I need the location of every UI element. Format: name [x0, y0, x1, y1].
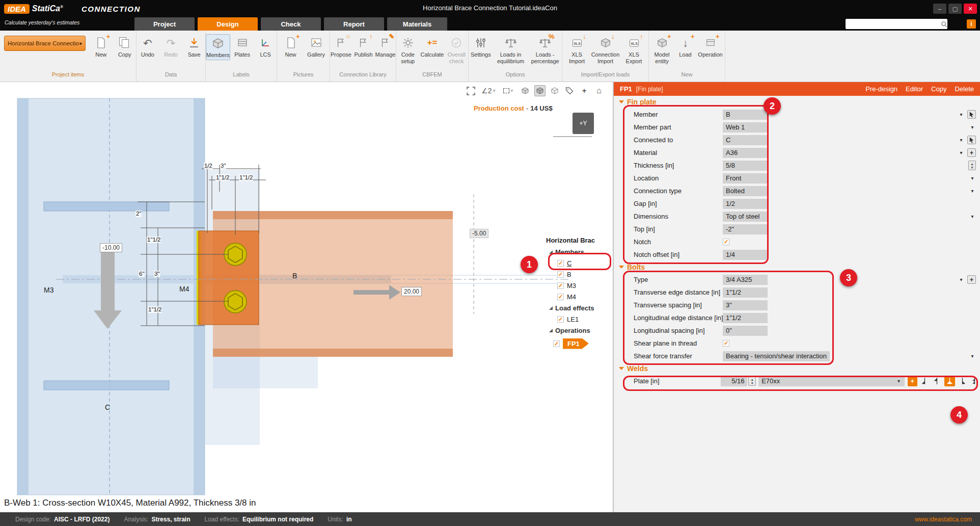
publish-button[interactable]: ↑ Publish — [353, 34, 374, 59]
connection-import-button[interactable]: ↓ Connection Import — [590, 34, 621, 65]
connected-to-select[interactable]: C — [723, 135, 768, 145]
expander-icon[interactable] — [549, 329, 553, 332]
view-shaded-icon[interactable] — [534, 85, 546, 96]
tree-item-b[interactable]: ✓B — [557, 269, 617, 280]
chevron-down-icon[interactable]: ▾ — [895, 378, 903, 384]
new-picture-button[interactable]: + New — [279, 34, 303, 59]
member-select[interactable]: B — [723, 110, 768, 120]
transverse-spacing-input[interactable]: 3" — [723, 300, 768, 310]
predesign-button[interactable]: Pre-design — [865, 85, 897, 93]
redo-button[interactable]: ↷ Redo — [160, 34, 182, 59]
location-select[interactable]: Front — [723, 173, 768, 183]
checkbox-checked-icon[interactable]: ✓ — [557, 271, 564, 278]
chevron-down-icon[interactable]: ▾ — [958, 112, 965, 117]
save-button[interactable]: Save — [183, 34, 205, 59]
center-view-icon[interactable]: + — [579, 85, 590, 96]
checkbox-checked-icon[interactable]: ✓ — [557, 316, 564, 323]
chevron-down-icon[interactable]: ▾ — [969, 214, 976, 219]
chevron-down-icon[interactable]: ▾ — [969, 188, 976, 194]
member-part-select[interactable]: Web 1 — [723, 122, 768, 133]
axis-orientation-cube[interactable]: +Y — [573, 113, 594, 134]
tab-check[interactable]: Check — [261, 17, 321, 31]
settings-button[interactable]: Settings — [469, 34, 493, 59]
manage-button[interactable]: ✎ Manage — [375, 34, 396, 59]
checkbox-checked-icon[interactable]: ✓ — [557, 282, 564, 289]
expander-icon[interactable] — [549, 250, 553, 254]
tree-root-label[interactable]: Horizontal Brac — [546, 235, 617, 246]
tree-item-fp1[interactable]: ✓FP1 — [553, 336, 617, 351]
tree-group-members[interactable]: Members — [549, 246, 617, 257]
longitudinal-edge-input[interactable]: 1"1/2 — [723, 313, 768, 323]
stepper-control[interactable]: ▴▾ — [748, 376, 756, 386]
fit-view-icon[interactable] — [465, 85, 476, 96]
section-collapse-icon[interactable] — [619, 367, 624, 370]
tree-item-c[interactable]: ✓C — [557, 257, 617, 269]
weld-size-input[interactable]: 5/16 — [721, 376, 747, 386]
chevron-down-icon[interactable]: ▾ — [969, 175, 976, 181]
loads-in-equilibrium-toggle[interactable]: Loads in equilibrium — [494, 34, 528, 65]
shear-plane-checkbox-checked[interactable]: ✓ — [723, 340, 729, 347]
weld-type-3-icon[interactable] — [944, 376, 955, 386]
checkbox-checked-icon[interactable]: ✓ — [557, 260, 564, 267]
fp1-selected-operation[interactable]: FP1 — [563, 338, 589, 349]
section-fin-plate[interactable]: Fin plate — [614, 96, 980, 108]
select-mode-icon[interactable]: ˅ — [501, 85, 516, 96]
section-collapse-icon[interactable] — [619, 100, 624, 103]
loads-percentage-toggle[interactable]: % Loads - percentage — [528, 34, 562, 65]
members-labels-toggle[interactable]: Members — [206, 34, 230, 60]
chevron-down-icon[interactable]: ▾ — [958, 137, 965, 143]
shear-transfer-select[interactable]: Bearing - tension/shear interaction — [723, 351, 830, 361]
checkbox-checked-icon[interactable]: ✓ — [557, 294, 564, 300]
chevron-down-icon[interactable]: ▾ — [958, 277, 965, 282]
lcs-labels-toggle[interactable]: LCS — [254, 34, 277, 59]
tree-item-m3[interactable]: ✓M3 — [557, 280, 617, 291]
tab-design[interactable]: Design — [198, 17, 258, 31]
tree-item-m4[interactable]: ✓M4 — [557, 291, 617, 302]
weld-type-4-icon[interactable] — [957, 376, 968, 386]
view-transparent-icon[interactable] — [549, 85, 560, 96]
electrode-select[interactable]: E70xx▾ — [758, 376, 904, 386]
copy-project-item-button[interactable]: Copy — [114, 34, 137, 59]
tree-item-le1[interactable]: ✓LE1 — [557, 313, 617, 325]
weld-type-1-icon[interactable] — [919, 376, 930, 386]
overall-check-button[interactable]: Overall check — [445, 34, 468, 65]
dimensions-select[interactable]: Top of steel — [723, 212, 768, 222]
gap-input[interactable]: 1/2 — [723, 199, 768, 209]
tab-materials[interactable]: Materials — [387, 17, 447, 31]
connection-type-select[interactable]: Bolted — [723, 186, 768, 196]
connection-selector[interactable]: Horizontal Brace Connection ▾ — [4, 36, 86, 51]
new-model-entity-button[interactable]: + Model entity — [650, 34, 674, 65]
home-view-icon[interactable]: ⌂ — [593, 85, 605, 96]
gallery-button[interactable]: Gallery — [304, 34, 329, 59]
checkbox-checked-icon[interactable]: ✓ — [553, 340, 560, 347]
expander-icon[interactable] — [549, 306, 553, 310]
bolt-type-select[interactable]: 3/4 A325 — [723, 275, 768, 285]
tab-project[interactable]: Project — [134, 17, 195, 31]
undo-button[interactable]: ↶ Undo — [137, 34, 159, 59]
plates-labels-toggle[interactable]: Plates — [231, 34, 254, 59]
view-solid-icon[interactable] — [520, 85, 531, 96]
minimize-button[interactable]: – — [933, 4, 946, 14]
material-select[interactable]: A36 — [723, 148, 768, 158]
copy-operation-button[interactable]: Copy — [931, 85, 946, 93]
close-button[interactable]: ✕ — [964, 4, 977, 14]
add-material-icon[interactable]: + — [967, 148, 976, 157]
delete-operation-button[interactable]: Delete — [955, 85, 974, 93]
search-input[interactable] — [846, 20, 941, 28]
calculate-button[interactable]: += Calculate — [421, 34, 444, 59]
xls-import-button[interactable]: XLS↓ XLS Import — [565, 34, 589, 65]
new-operation-button[interactable]: + Operation — [697, 34, 724, 59]
chevron-down-icon[interactable]: ▾ — [969, 353, 976, 359]
transverse-edge-input[interactable]: 1"1/2 — [723, 287, 768, 298]
notch-checkbox-checked[interactable]: ✓ — [723, 239, 729, 245]
add-bolt-type-icon[interactable]: + — [967, 275, 976, 284]
section-collapse-icon[interactable] — [619, 266, 624, 269]
maximize-button[interactable]: ▢ — [948, 4, 962, 14]
new-project-item-button[interactable]: + New — [90, 34, 113, 59]
view-angle-icon[interactable]: ∠2˅ — [480, 85, 497, 96]
longitudinal-spacing-input[interactable]: 0" — [723, 326, 768, 336]
section-bolts[interactable]: Bolts — [614, 261, 980, 273]
pick-in-scene-icon[interactable] — [967, 110, 976, 119]
pick-in-scene-icon[interactable] — [967, 136, 976, 144]
weld-type-5-icon[interactable] — [969, 376, 980, 386]
